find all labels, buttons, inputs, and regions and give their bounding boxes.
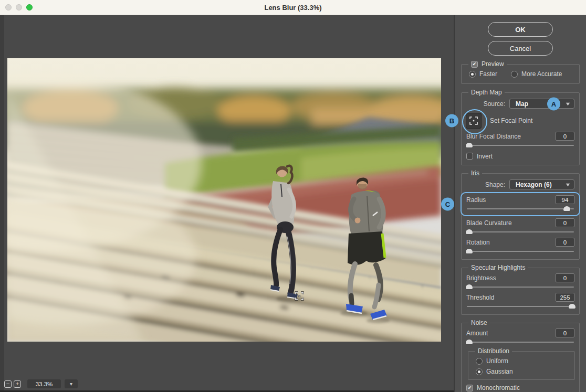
faster-label: Faster — [479, 70, 497, 78]
radius-highlight-box: C Radius — [461, 192, 580, 216]
amount-slider[interactable] — [467, 339, 574, 345]
shape-select[interactable]: Hexagon (6) ▼ — [509, 179, 574, 189]
amount-label: Amount — [466, 330, 556, 337]
uniform-radio[interactable] — [476, 358, 483, 365]
source-select[interactable]: Map ▼ A — [509, 99, 574, 109]
uniform-label: Uniform — [486, 357, 508, 365]
distribution-legend: Distribution — [475, 347, 512, 355]
threshold-input[interactable] — [556, 293, 574, 302]
settings-panel: OK Cancel Preview Faster More Accurate D… — [455, 15, 586, 392]
preview-pane: − + 33.3% ▾ — [0, 15, 454, 392]
monochromatic-checkbox[interactable] — [466, 385, 473, 391]
lens-blur-dialog: Lens Blur (33.3%) — [0, 0, 586, 392]
rotation-input[interactable] — [556, 238, 574, 247]
brightness-input[interactable] — [556, 273, 574, 282]
threshold-slider[interactable] — [467, 303, 574, 309]
source-label: Source: — [484, 100, 505, 108]
set-focal-point-label: Set Focal Point — [490, 117, 532, 124]
blur-focal-distance-slider[interactable] — [467, 142, 574, 148]
iris-legend: Iris — [468, 169, 482, 177]
ok-button[interactable]: OK — [488, 22, 553, 37]
preview-label: Preview — [482, 60, 504, 68]
blur-focal-distance-input[interactable] — [556, 132, 574, 141]
preview-group: Preview Faster More Accurate — [461, 60, 580, 84]
zoom-level-value: 33.3% — [27, 379, 61, 388]
radius-slider[interactable] — [467, 206, 574, 211]
shape-label: Shape: — [485, 181, 505, 188]
image-preview[interactable] — [7, 58, 441, 342]
invert-checkbox[interactable] — [466, 153, 473, 160]
noise-legend: Noise — [468, 319, 490, 326]
specular-highlights-group: Specular Highlights Brightness Threshold — [461, 264, 580, 315]
chevron-down-icon: ▼ — [564, 101, 571, 107]
minimize-button[interactable] — [16, 4, 22, 10]
stadium-photo — [7, 58, 441, 342]
cancel-button[interactable]: Cancel — [488, 41, 553, 56]
iris-group: Iris Shape: Hexagon (6) ▼ C Radius — [461, 169, 580, 260]
more-accurate-label: More Accurate — [521, 70, 562, 78]
slider-thumb[interactable] — [466, 249, 473, 253]
callout-badge-c: C — [441, 198, 454, 211]
chevron-down-icon: ▾ — [70, 381, 72, 387]
monochromatic-label: Monochromatic — [477, 384, 520, 391]
amount-input[interactable] — [556, 329, 574, 337]
slider-thumb[interactable] — [466, 284, 473, 289]
shape-value: Hexagon (6) — [516, 181, 566, 188]
depth-map-legend: Depth Map — [468, 89, 505, 96]
depth-map-group: Depth Map Source: Map ▼ A B — [461, 89, 580, 165]
radius-input[interactable] — [556, 195, 574, 204]
close-button[interactable] — [5, 4, 12, 10]
titlebar: Lens Blur (33.3%) — [0, 0, 586, 15]
window-title: Lens Blur (33.3%) — [0, 4, 586, 12]
radius-label: Radius — [466, 196, 556, 204]
preview-checkbox[interactable] — [471, 61, 478, 68]
zoom-out-button[interactable]: − — [4, 380, 12, 388]
slider-thumb[interactable] — [466, 229, 473, 234]
specular-highlights-legend: Specular Highlights — [468, 264, 528, 271]
gaussian-label: Gaussian — [486, 368, 513, 375]
brightness-label: Brightness — [466, 274, 556, 282]
callout-badge-a: A — [547, 97, 560, 110]
slider-thumb[interactable] — [466, 340, 473, 344]
focal-point-icon — [469, 116, 478, 125]
invert-label: Invert — [477, 153, 493, 160]
callout-badge-b: B — [445, 114, 458, 128]
brightness-slider[interactable] — [467, 284, 574, 290]
more-accurate-radio[interactable] — [511, 71, 518, 78]
rotation-label: Rotation — [466, 239, 556, 246]
gaussian-radio[interactable] — [476, 368, 483, 375]
noise-group: Noise Amount Distribution Uniform — [461, 319, 580, 392]
distribution-group: Distribution Uniform Gaussian — [468, 347, 575, 380]
rotation-slider[interactable] — [467, 248, 574, 254]
blade-curvature-slider[interactable] — [467, 229, 574, 235]
threshold-label: Threshold — [466, 294, 556, 301]
slider-thumb[interactable] — [466, 143, 473, 147]
slider-thumb[interactable] — [569, 304, 575, 309]
zoom-controls: − + 33.3% ▾ — [4, 379, 78, 388]
blade-curvature-input[interactable] — [556, 218, 574, 227]
zoom-window-button[interactable] — [26, 4, 33, 10]
zoom-in-button[interactable]: + — [14, 380, 21, 388]
chevron-down-icon: ▼ — [564, 182, 571, 187]
zoom-level-dropdown[interactable]: ▾ — [65, 379, 78, 388]
blur-focal-distance-label: Blur Focal Distance — [466, 133, 556, 140]
traffic-lights — [5, 0, 33, 15]
slider-thumb[interactable] — [563, 206, 570, 211]
blade-curvature-label: Blade Curvature — [466, 219, 556, 227]
faster-radio[interactable] — [469, 71, 476, 78]
set-focal-point-button[interactable]: B — [466, 113, 482, 129]
